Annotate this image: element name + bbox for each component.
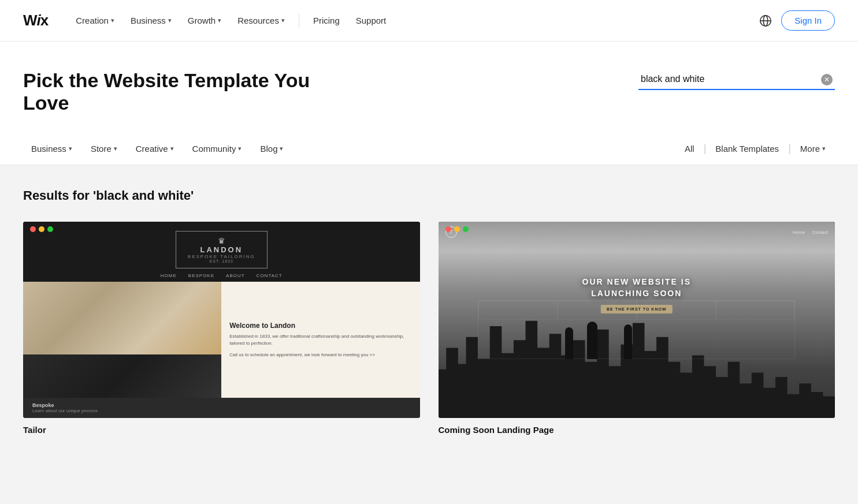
nav-right: Sign In [759,10,835,31]
filter-store[interactable]: Store ▾ [83,140,125,157]
clear-search-button[interactable]: ✕ [821,74,833,85]
filter-categories: Business ▾ Store ▾ Creative ▾ Community … [23,140,675,157]
window-dots [445,226,469,232]
filter-more[interactable]: More ▾ [791,140,835,157]
chevron-down-icon: ▾ [170,145,174,152]
page-title: Pick the Website Template You Love [23,69,324,114]
filter-creative[interactable]: Creative ▾ [128,140,182,157]
sign-in-button[interactable]: Sign In [781,10,835,31]
hero-section: Pick the Website Template You Love ✕ [0,42,858,133]
filter-business[interactable]: Business ▾ [23,140,80,157]
nav-items: Creation ▾ Business ▾ Growth ▾ Resources… [69,12,759,29]
chevron-down-icon: ▾ [238,145,242,152]
template-card-coming-soon[interactable]: T Home Contact OUR NEW WEBSITE ISLAUNCHI… [439,222,835,435]
globe-icon[interactable] [759,14,772,27]
templates-grid: ♛ LANDON BESPOKE TAILORING EST. 1833 HOM… [23,222,835,435]
nav-item-growth[interactable]: Growth ▾ [181,12,228,29]
chevron-down-icon: ▾ [218,17,221,24]
dot-yellow [39,226,44,232]
chevron-down-icon: ▾ [822,145,826,152]
chevron-down-icon: ▾ [111,17,114,24]
search-input[interactable] [638,69,835,90]
chevron-down-icon: ▾ [69,145,72,152]
template-thumb-landon: ♛ LANDON BESPOKE TAILORING EST. 1833 HOM… [23,222,420,418]
template-card-landon[interactable]: ♛ LANDON BESPOKE TAILORING EST. 1833 HOM… [23,222,420,435]
template-name-landon: Tailor [23,425,420,435]
dot-red [445,226,451,232]
chevron-down-icon: ▾ [281,17,285,24]
preview-button[interactable]: Preview [172,309,226,330]
nav-item-creation[interactable]: Creation ▾ [69,12,121,29]
nav-item-pricing[interactable]: Pricing [306,12,347,29]
main-content: Results for 'black and white' ♛ LANDON [0,165,858,504]
template-name-coming-soon: Coming Soon Landing Page [439,425,835,435]
chevron-down-icon: ▾ [114,145,117,152]
dot-green [463,226,469,232]
filter-bar: Business ▾ Store ▾ Creative ▾ Community … [0,133,858,165]
nav-item-resources[interactable]: Resources ▾ [231,12,292,29]
nav-item-support[interactable]: Support [349,12,393,29]
chevron-down-icon: ▾ [280,145,283,152]
template-thumb-coming-soon: T Home Contact OUR NEW WEBSITE ISLAUNCHI… [439,222,835,418]
filter-community[interactable]: Community ▾ [184,140,250,157]
edit-button[interactable]: Edit [232,309,270,330]
search-wrapper: ✕ [638,69,835,90]
nav-divider [299,14,299,28]
logo[interactable]: Wix [23,12,48,29]
dot-yellow [454,226,460,232]
dot-red [30,226,36,232]
filter-blank-templates[interactable]: Blank Templates [706,140,788,157]
window-dots [30,226,53,232]
dot-green [47,226,53,232]
filter-right: All | Blank Templates | More ▾ [675,140,835,157]
results-heading: Results for 'black and white' [23,188,835,203]
chevron-down-icon: ▾ [168,17,172,24]
nav-item-business[interactable]: Business ▾ [124,12,179,29]
filter-blog[interactable]: Blog ▾ [252,140,291,157]
filter-all[interactable]: All [675,140,704,157]
navbar: Wix Creation ▾ Business ▾ Growth ▾ Resou… [0,0,858,42]
